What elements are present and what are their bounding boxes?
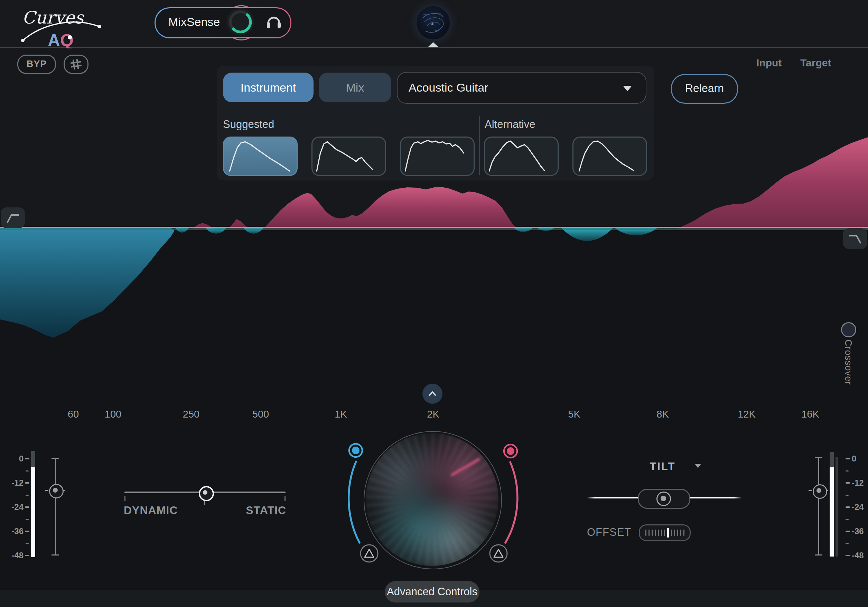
header-collapse-chevron-up-icon[interactable] xyxy=(428,42,438,47)
pink-handle[interactable] xyxy=(504,444,517,458)
offset-tick xyxy=(661,530,662,536)
logo-word: Curves xyxy=(22,8,84,28)
grid-toggle-button[interactable] xyxy=(64,55,88,74)
zero-line-shadow xyxy=(0,229,868,231)
highpass-curve-icon xyxy=(5,211,21,225)
curve-thumbnail-suggested-2[interactable] xyxy=(400,136,474,176)
offset-control[interactable] xyxy=(639,524,691,541)
offset-tick xyxy=(677,530,678,536)
static-label: STATIC xyxy=(217,504,286,517)
relearn-button[interactable]: Relearn xyxy=(671,74,738,104)
tab-mix[interactable]: Mix xyxy=(319,73,391,102)
logo-dot-right xyxy=(98,25,101,28)
curve-thumbnail-suggested-1[interactable] xyxy=(312,136,386,176)
left-tick xyxy=(25,555,29,556)
blue-handle[interactable] xyxy=(349,444,362,457)
right-scale--36: -36 xyxy=(852,526,868,536)
right-meter-headroom xyxy=(830,452,834,468)
chevron-up-icon xyxy=(426,387,439,401)
left-gain-slider-track[interactable] xyxy=(55,458,56,556)
input-spectrum-area xyxy=(0,229,175,338)
highpass-filter-button[interactable] xyxy=(1,207,25,228)
right-meter-secondary-bar xyxy=(835,457,838,556)
freq-label-2K: 2K xyxy=(427,409,439,420)
logo-q-dot xyxy=(68,35,72,39)
grid-icon xyxy=(69,58,83,71)
left-tick xyxy=(25,482,29,483)
left-minor-tick xyxy=(26,495,29,496)
triangle-icon xyxy=(494,549,503,557)
analysis-orb[interactable] xyxy=(417,6,450,39)
left-gain-slider-knob[interactable] xyxy=(49,484,64,499)
freq-label-16K: 16K xyxy=(801,409,819,420)
lowpass-filter-button[interactable] xyxy=(843,228,867,249)
advanced-controls-button[interactable]: Advanced Controls xyxy=(385,581,479,602)
offset-tick xyxy=(645,530,646,536)
panel-divider xyxy=(479,116,480,175)
left-slider-dash-l xyxy=(45,490,48,491)
logo-sub-q: Q xyxy=(60,31,74,48)
freq-label-500: 500 xyxy=(252,409,269,420)
spectrum-dip xyxy=(176,229,188,233)
curve-thumbnail-alternative-3[interactable] xyxy=(484,136,559,176)
tilt-caret-down-icon[interactable] xyxy=(695,464,701,468)
left-triangle-button[interactable] xyxy=(361,545,378,562)
right-slider-cap-bottom xyxy=(815,554,822,556)
spectrum-dip xyxy=(515,229,532,232)
right-triangle-button[interactable] xyxy=(490,545,507,562)
offset-tick xyxy=(671,530,672,536)
freq-label-1K: 1K xyxy=(335,409,347,420)
morph-tick-left xyxy=(124,496,126,501)
offset-label: OFFSET xyxy=(587,526,631,539)
offset-active-tick xyxy=(667,528,669,537)
offset-tick xyxy=(655,530,656,536)
crossover-toggle[interactable] xyxy=(841,322,856,338)
headphones-icon[interactable] xyxy=(265,13,283,31)
right-tick xyxy=(846,458,850,459)
right-tick xyxy=(846,555,850,556)
left-tick xyxy=(25,506,29,508)
curve-thumbnail-suggested-0[interactable] xyxy=(223,136,298,176)
right-tick xyxy=(846,506,850,508)
right-minor-tick xyxy=(846,519,849,520)
target-spectrum-mid xyxy=(193,187,519,229)
offset-tick xyxy=(648,530,649,536)
tab-instrument[interactable]: Instrument xyxy=(223,73,313,102)
mixsense-label: MixSense xyxy=(168,7,220,36)
freq-label-5K: 5K xyxy=(568,409,580,420)
logo-dot-left xyxy=(21,39,25,42)
tilt-mode-label[interactable]: TILT xyxy=(636,460,689,473)
morph-slider-knob[interactable] xyxy=(199,486,214,501)
morph-tick-right xyxy=(285,496,285,501)
bypass-button[interactable]: BYP xyxy=(17,55,56,74)
freq-label-250: 250 xyxy=(183,409,200,420)
left-minor-tick xyxy=(26,471,29,471)
preset-dropdown[interactable]: Acoustic Guitar xyxy=(397,72,646,104)
offset-tick xyxy=(684,530,684,536)
left-scale--24: -24 xyxy=(3,502,23,512)
right-scale--48: -48 xyxy=(852,551,868,561)
target-toggle[interactable]: Target xyxy=(800,57,831,69)
freq-label-60: 60 xyxy=(68,409,79,420)
right-tick xyxy=(846,482,850,483)
left-tick xyxy=(25,531,29,532)
dynamic-label: DYNAMIC xyxy=(124,504,178,517)
left-scale-0: 0 xyxy=(3,454,23,463)
expand-chevron-button[interactable] xyxy=(422,384,442,404)
curve-thumbnail-alternative-4[interactable] xyxy=(572,136,647,176)
tilt-slider-knob[interactable] xyxy=(656,492,671,506)
blue-handle-arc xyxy=(349,461,360,543)
right-minor-tick xyxy=(846,471,849,471)
triangle-icon xyxy=(365,549,374,557)
alternative-label: Alternative xyxy=(485,118,535,131)
input-toggle[interactable]: Input xyxy=(756,57,781,69)
right-scale-0: 0 xyxy=(852,454,868,463)
spectrum-dip xyxy=(206,229,226,234)
knob-handles xyxy=(329,425,536,584)
crossover-label: Crossover xyxy=(843,339,854,385)
zero-line xyxy=(0,227,868,229)
right-gain-slider-track[interactable] xyxy=(818,457,819,556)
right-gain-slider-knob[interactable] xyxy=(813,484,827,499)
logo-sub-a: A xyxy=(48,31,60,48)
left-meter-headroom xyxy=(31,451,35,468)
